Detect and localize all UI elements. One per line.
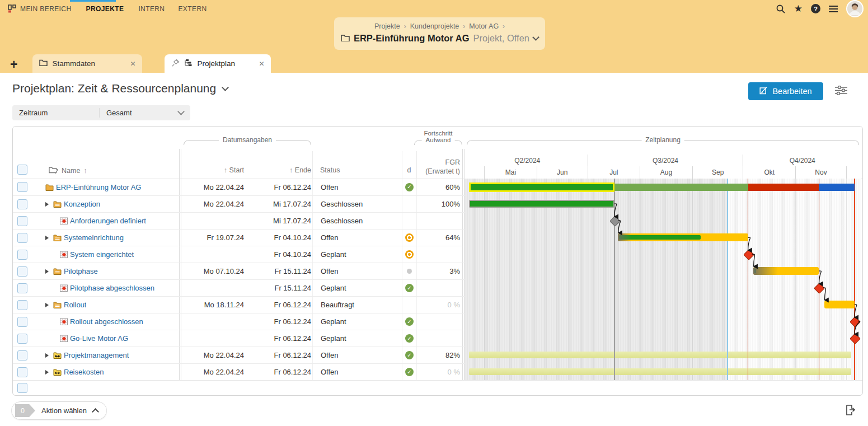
table-row: Anforderungen definiertMi 17.07.24Geschl… [13,212,465,229]
gantt-summary-segment[interactable] [748,184,819,191]
search-icon[interactable] [776,4,786,14]
column-header-name[interactable]: Name ↑ [49,166,87,175]
fgr-cell: 60% [416,179,462,195]
select-all-checkbox[interactable] [17,165,27,175]
task-icon [53,368,62,376]
task-name-cell: Rollout abgeschlossen [42,313,179,330]
expand-arrow-icon[interactable] [45,370,49,374]
hamburger-menu-icon[interactable] [829,6,838,12]
row-checkbox[interactable] [17,283,27,293]
tab-stammdaten[interactable]: Stammdaten ✕ [32,54,142,73]
close-icon[interactable]: ✕ [130,60,135,68]
fgr-cell: 82% [416,347,462,363]
gantt-summary-segment[interactable] [469,182,614,192]
task-name-cell: Rollout [42,297,179,313]
month-header-cell: Jul [588,166,640,179]
row-checkbox[interactable] [17,250,27,260]
expand-arrow-icon[interactable] [45,202,49,207]
close-icon[interactable]: ✕ [259,60,264,68]
gantt-bar[interactable] [618,233,748,241]
task-name-link[interactable]: Reisekosten [64,368,104,376]
task-name-link[interactable]: Projektmanagement [64,351,129,359]
deadline-cell: ✓ [402,280,416,296]
task-name-link[interactable]: Rollout abgeschlossen [70,317,143,326]
task-name-link[interactable]: Go-Live Motor AG [70,334,128,343]
edit-button-label: Bearbeiten [772,87,811,96]
projektplan-tree-icon [184,59,193,68]
nav-mein-bereich[interactable]: MEIN BEREICH [20,5,78,13]
pin-icon[interactable] [171,59,180,69]
column-header-start[interactable]: ↑ Start [181,166,244,174]
user-avatar[interactable] [846,0,864,17]
column-separator [179,149,181,179]
task-name-link[interactable]: Pilotphase abgeschlossen [70,284,154,292]
table-body: ERP-Einführung Motor AGMo 22.04.24Fr 06.… [13,179,861,380]
nav-intern[interactable]: INTERN [132,5,171,13]
expand-arrow-icon[interactable] [45,303,49,307]
row-checkbox[interactable] [17,216,27,226]
edit-button[interactable]: Bearbeiten [748,82,823,100]
row-checkbox[interactable] [17,199,27,209]
favorites-star-icon[interactable]: ★ [794,4,803,13]
help-icon[interactable]: ? [811,4,820,13]
row-checkbox[interactable] [17,350,27,361]
gantt-bar[interactable] [753,267,819,275]
new-tab-button[interactable]: + [10,58,17,71]
gantt-allocation-bar[interactable] [469,352,851,358]
month-header-cell: Okt [743,166,795,179]
phase-icon [53,268,62,275]
task-name-link[interactable]: Konzeption [64,200,100,208]
edit-pencil-icon [759,86,768,96]
breadcrumb-link-projekte[interactable]: Projekte [374,22,400,30]
row-checkbox[interactable] [17,266,27,277]
month-gridline [795,179,796,380]
expand-arrow-icon[interactable] [45,353,49,358]
chevron-up-icon[interactable] [92,408,99,415]
status-cell: Offen [312,263,402,279]
gantt-bar[interactable] [469,200,614,208]
row-checkbox[interactable] [17,317,27,327]
column-header-status[interactable]: Status [320,166,340,174]
gantt-summary-segment[interactable] [819,184,854,191]
footer-row-checkbox[interactable] [17,383,27,393]
zeitraum-filter[interactable]: Zeitraum Gesamt [12,105,190,120]
row-checkbox[interactable] [17,367,27,377]
gantt-bar[interactable] [824,301,855,308]
table-settings-icon[interactable] [835,86,847,97]
row-checkbox[interactable] [17,233,27,243]
toolbar-icons: ★ ? [776,0,864,17]
nav-projekte[interactable]: PROJEKTE [78,5,132,13]
task-name-cell: System eingerichtet [42,246,179,263]
view-selector-chevron-icon[interactable] [222,84,229,91]
status-cell: Geschlossen [312,196,402,212]
task-name-link[interactable]: Rollout [64,301,86,309]
chevron-down-icon[interactable] [532,34,539,41]
expand-arrow-icon[interactable] [45,236,49,240]
gantt-allocation-bar[interactable] [469,368,851,375]
task-name-link[interactable]: Systemeinrichtung [64,233,124,242]
column-header-fgr[interactable]: FGR (Erwartet t) [412,158,460,176]
task-name-link[interactable]: Anforderungen definiert [70,217,146,225]
deadline-cell: ✓ [402,330,416,347]
fgr-cell: 64% [416,230,462,246]
app-logo-icon[interactable] [8,4,16,13]
export-icon[interactable] [844,404,856,418]
row-checkbox[interactable] [17,334,27,344]
breadcrumb-link-motor-ag[interactable]: Motor AG [469,22,499,30]
row-checkbox[interactable] [17,300,27,310]
tab-projektplan[interactable]: Projektplan ✕ [165,54,271,73]
row-checkbox[interactable] [17,182,27,192]
task-name-link[interactable]: Pilotphase [64,267,98,275]
project-title[interactable]: ERP-Einführung Motor AG [354,33,470,44]
nav-extern[interactable]: EXTERN [171,5,213,13]
task-name-link[interactable]: ERP-Einführung Motor AG [56,183,141,191]
column-header-ende[interactable]: ↑ Ende [245,166,311,174]
expand-arrow-icon[interactable] [45,269,49,274]
breadcrumb-link-kundenprojekte[interactable]: Kundenprojekte [410,22,459,30]
gantt-summary-segment[interactable] [614,184,748,191]
start-date-cell [181,330,245,347]
action-bar[interactable]: 0 Aktion wählen [11,401,107,420]
task-name-link[interactable]: System eingerichtet [70,250,134,259]
month-gridline [692,179,693,380]
start-date-cell: Mo 22.04.24 [181,347,245,363]
